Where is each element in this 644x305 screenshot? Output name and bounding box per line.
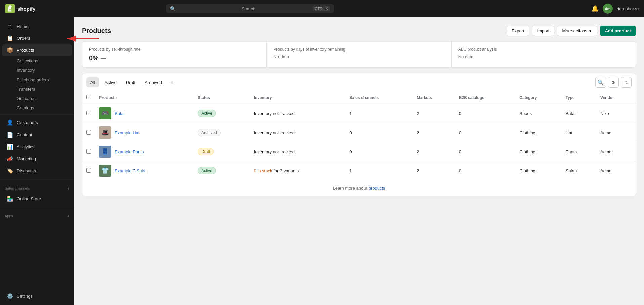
inventory-cell: Inventory not tracked xyxy=(250,104,346,123)
add-tab-button[interactable]: + xyxy=(167,77,177,87)
gift-cards-label: Gift cards xyxy=(17,96,36,101)
sidebar-bottom: ⚙️ Settings xyxy=(0,287,74,305)
sidebar-item-catalogs[interactable]: Catalogs xyxy=(2,103,72,112)
tab-archived[interactable]: Archived xyxy=(141,77,166,87)
stat-abc-title: ABC product analysis xyxy=(458,47,629,52)
sidebar-item-marketing[interactable]: 📣 Marketing xyxy=(2,153,72,165)
category-cell: Clothing xyxy=(515,161,561,181)
search-table-button[interactable]: 🔍 xyxy=(595,77,606,88)
type-cell: Shirts xyxy=(562,161,596,181)
sidebar-item-transfers[interactable]: Transfers xyxy=(2,85,72,94)
product-name[interactable]: Example Pants xyxy=(115,149,144,154)
products-table-card: All Active Draft Archived + 🔍 ⚙ ⇅ xyxy=(82,73,636,196)
product-name[interactable]: Example Hat xyxy=(115,130,139,135)
topnav: shopify 🔍 Search CTRL K 🔔 dm demohorzo xyxy=(0,0,644,17)
sidebar-item-label: Home xyxy=(17,24,29,29)
type-cell: Hat xyxy=(562,123,596,142)
sidebar-item-products[interactable]: 📦 Products xyxy=(2,44,72,56)
sort-button[interactable]: ⇅ xyxy=(621,77,632,88)
markets-cell: 2 xyxy=(413,104,455,123)
markets-cell: 2 xyxy=(413,142,455,161)
status-badge: Draft xyxy=(198,148,214,155)
table-actions: 🔍 ⚙ ⇅ xyxy=(595,77,632,88)
inventory-value: Inventory not tracked xyxy=(254,130,295,135)
sidebar: ⌂ Home 📋 Orders 📦 Products Collections I… xyxy=(0,17,74,305)
sidebar-item-content[interactable]: 📄 Content xyxy=(2,129,72,141)
row-checkbox[interactable] xyxy=(86,130,91,135)
table-row: 🎩 Example Hat Archived Inventory not tra… xyxy=(82,123,636,142)
col-status: Status xyxy=(194,91,250,104)
markets-cell: 2 xyxy=(413,123,455,142)
product-cell[interactable]: 🎩 Example Hat xyxy=(99,126,189,139)
apps-section: Apps › xyxy=(0,209,74,220)
tab-active[interactable]: Active xyxy=(100,77,120,87)
avatar[interactable]: dm xyxy=(603,4,613,14)
select-all-checkbox[interactable] xyxy=(86,95,91,99)
col-product: Product ↑ xyxy=(95,91,194,104)
sidebar-item-label: Analytics xyxy=(17,144,34,149)
sales-channels-cell: 0 xyxy=(345,142,413,161)
add-product-button[interactable]: Add product xyxy=(600,26,636,36)
search-placeholder: Search xyxy=(242,6,310,11)
sales-channels-expand-icon[interactable]: › xyxy=(68,185,69,191)
username-label[interactable]: demohorzo xyxy=(617,6,639,11)
product-cell[interactable]: 👖 Example Pants xyxy=(99,146,189,158)
sidebar-item-label: Settings xyxy=(17,294,33,299)
analytics-icon: 📊 xyxy=(7,144,13,150)
sidebar-item-orders[interactable]: 📋 Orders xyxy=(2,32,72,44)
more-actions-button[interactable]: More actions ▼ xyxy=(557,26,597,36)
vendor-cell: Acme xyxy=(596,161,636,181)
product-name[interactable]: Batai xyxy=(115,111,125,116)
stats-row: Products by sell-through rate 0% — Produ… xyxy=(82,41,636,68)
sidebar-item-discounts[interactable]: 🏷️ Discounts xyxy=(2,165,72,177)
sidebar-item-online-store[interactable]: 🏪 Online Store xyxy=(2,193,72,205)
export-button[interactable]: Export xyxy=(507,26,529,36)
product-name[interactable]: Example T-Shirt xyxy=(115,168,145,173)
sidebar-item-customers[interactable]: 👤 Customers xyxy=(2,117,72,129)
import-button[interactable]: Import xyxy=(532,26,555,36)
online-store-icon: 🏪 xyxy=(7,196,13,202)
product-cell[interactable]: 👕 Example T-Shirt xyxy=(99,165,189,177)
b2b-catalogs-cell: 0 xyxy=(455,123,516,142)
filter-button[interactable]: ⚙ xyxy=(608,77,619,88)
sidebar-item-label: Products xyxy=(17,48,34,53)
product-cell[interactable]: 🎮 Batai xyxy=(99,107,189,119)
stat-sell-through-value: 0% — xyxy=(89,54,260,62)
collections-label: Collections xyxy=(17,58,38,63)
settings-icon: ⚙️ xyxy=(7,293,13,299)
category-cell: Clothing xyxy=(515,123,561,142)
search-bar[interactable]: 🔍 Search CTRL K xyxy=(166,4,334,13)
notification-bell-icon[interactable]: 🔔 xyxy=(591,5,599,12)
product-thumbnail: 👖 xyxy=(99,146,111,158)
sidebar-item-analytics[interactable]: 📊 Analytics xyxy=(2,141,72,153)
stat-abc-analysis: ABC product analysis No data xyxy=(452,42,636,67)
tab-all[interactable]: All xyxy=(86,77,99,87)
row-checkbox[interactable] xyxy=(86,168,91,173)
main-content: Products Export Import More actions ▼ Ad… xyxy=(74,17,644,305)
col-sales-channels: Sales channels xyxy=(345,91,413,104)
b2b-catalogs-cell: 0 xyxy=(455,161,516,181)
sidebar-item-home[interactable]: ⌂ Home xyxy=(2,20,72,32)
catalogs-label: Catalogs xyxy=(17,105,34,110)
search-icon: 🔍 xyxy=(170,6,239,11)
stat-days-inventory: Products by days of inventory remaining … xyxy=(267,42,451,67)
products-learn-more-link[interactable]: products xyxy=(369,186,385,191)
status-badge: Active xyxy=(198,110,216,117)
page-header: Products Export Import More actions ▼ Ad… xyxy=(82,26,636,36)
vendor-cell: Acme xyxy=(596,123,636,142)
marketing-icon: 📣 xyxy=(7,156,13,162)
row-checkbox[interactable] xyxy=(86,111,91,115)
shopify-logo[interactable]: shopify xyxy=(5,4,35,13)
inventory-value: Inventory not tracked xyxy=(254,111,295,116)
inventory-cell: 0 in stock for 3 variants xyxy=(250,161,346,181)
tab-draft[interactable]: Draft xyxy=(122,77,139,87)
inventory-warning: 0 in stock xyxy=(254,168,272,173)
sidebar-item-settings[interactable]: ⚙️ Settings xyxy=(2,290,72,302)
apps-expand-icon[interactable]: › xyxy=(68,213,69,219)
sidebar-item-gift-cards[interactable]: Gift cards xyxy=(2,94,72,103)
sidebar-item-purchase-orders[interactable]: Purchase orders xyxy=(2,75,72,84)
shopify-brand-name: shopify xyxy=(17,6,35,12)
sidebar-item-inventory[interactable]: Inventory xyxy=(2,66,72,75)
sidebar-item-collections[interactable]: Collections xyxy=(2,56,72,65)
row-checkbox[interactable] xyxy=(86,149,91,154)
